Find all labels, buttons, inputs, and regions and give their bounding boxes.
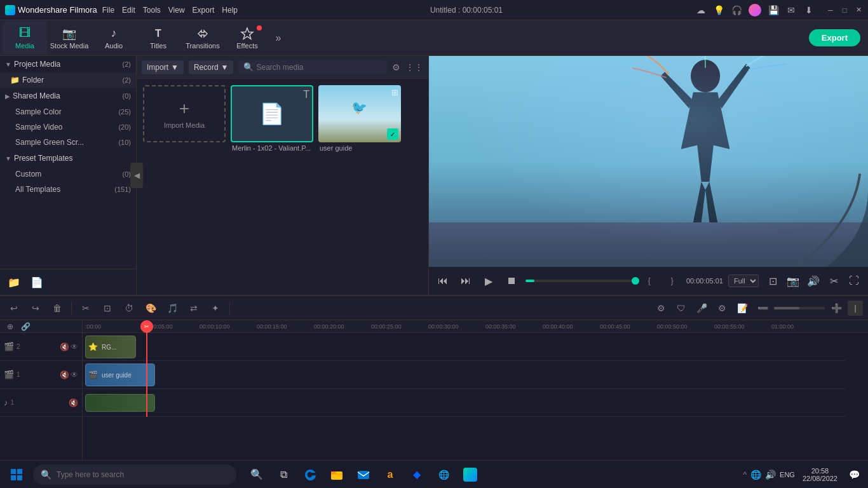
toolbar-transitions[interactable]: Transitions (180, 22, 225, 55)
menu-view[interactable]: View (168, 6, 185, 15)
zoom-reset-icon[interactable]: | (848, 301, 863, 316)
user-avatar[interactable] (749, 4, 761, 17)
zoom-out-icon[interactable]: ➖ (754, 299, 771, 317)
transition-tl-btn[interactable]: ⇄ (185, 299, 203, 317)
sample-video-item[interactable]: Sample Video (20) (0, 119, 136, 135)
taskbar-edge[interactable] (297, 462, 323, 487)
toolbar-stock-media[interactable]: 📷 Stock Media (47, 22, 92, 55)
quality-select[interactable]: Full 1/2 1/4 (728, 274, 759, 287)
mic-icon[interactable]: 🎤 (693, 299, 710, 317)
preset-templates-header[interactable]: ▼ Preset Templates (0, 150, 136, 166)
play-button[interactable]: ▶ (480, 272, 498, 290)
save-icon[interactable]: 💾 (768, 4, 779, 16)
effect-tl-btn[interactable]: ✦ (207, 299, 224, 317)
minimize-button[interactable]: ─ (826, 6, 835, 15)
step-back-button[interactable]: ⏮ (434, 272, 452, 290)
grid-view-icon[interactable]: ⋮⋮ (405, 62, 423, 72)
menu-file[interactable]: File (102, 6, 114, 15)
playhead[interactable]: ✂ (146, 320, 147, 417)
shared-media-header[interactable]: ▶ Shared Media (0) (0, 88, 136, 104)
zoom-in-icon[interactable]: ➕ (827, 299, 845, 317)
collapse-panel-button[interactable]: ◀ (130, 163, 143, 188)
screenshot-button[interactable]: 📷 (784, 272, 802, 290)
color-button[interactable]: 🎨 (142, 299, 159, 317)
zoom-slider[interactable] (774, 307, 825, 309)
system-clock[interactable]: 20:58 22/08/2022 (797, 467, 843, 482)
record-button[interactable]: Record ▼ (189, 60, 234, 74)
shield-icon[interactable]: 🛡 (672, 299, 690, 317)
adjust-icon[interactable]: ⚙ (713, 299, 731, 317)
clip-rg[interactable]: ⭐ RG... (85, 336, 136, 358)
cloud-icon[interactable]: ☁ (695, 4, 707, 16)
taskbar-amazon[interactable]: a (377, 462, 403, 487)
project-media-header[interactable]: ▼ Project Media (2) (0, 56, 136, 72)
add-track-button[interactable]: ⊕ (4, 320, 17, 333)
toolbar-more-button[interactable]: » (269, 29, 287, 47)
notification-button[interactable]: 💬 (845, 466, 863, 484)
clip-user-guide[interactable]: 🎬 user guide (85, 363, 155, 386)
taskbar-search-app[interactable]: 🔍 (244, 462, 269, 487)
maximize-button[interactable]: □ (840, 6, 849, 15)
folder-item[interactable]: 📁 Folder (2) (0, 72, 136, 88)
mail-icon[interactable]: ✉ (785, 4, 797, 16)
sample-green-item[interactable]: Sample Green Scr... (10) (0, 135, 136, 150)
caption-icon[interactable]: 📝 (733, 299, 751, 317)
download-icon[interactable]: ⬇ (803, 4, 815, 16)
menu-export[interactable]: Export (193, 6, 215, 15)
redo-button[interactable]: ↪ (27, 299, 44, 317)
all-templates-item[interactable]: All Templates (151) (0, 182, 136, 197)
new-file-button[interactable]: 📄 (28, 273, 46, 291)
import-button[interactable]: Import ▼ (142, 60, 184, 74)
toolbar-media[interactable]: 🎞 Media (3, 22, 47, 55)
taskbar-filmora[interactable] (458, 462, 483, 487)
track1-mute-icon[interactable]: 🔇 (60, 370, 69, 379)
delete-button[interactable]: 🗑 (48, 299, 66, 317)
progress-handle[interactable] (632, 277, 639, 285)
export-button[interactable]: Export (809, 29, 860, 46)
audio-btn[interactable]: 🎵 (163, 299, 181, 317)
menu-tools[interactable]: Tools (143, 6, 161, 15)
crop-button[interactable]: ⊡ (98, 299, 116, 317)
step-forward-button[interactable]: ⏭ (457, 272, 475, 290)
filter-icon[interactable]: ⚙ (392, 62, 400, 72)
import-media-item[interactable]: + Import Media (143, 85, 226, 142)
toolbar-audio[interactable]: ♪ Audio (92, 22, 136, 55)
headphone-icon[interactable]: 🎧 (731, 4, 742, 16)
taskbar-browser2[interactable]: 🌐 (431, 462, 456, 487)
link-button[interactable]: 🔗 (19, 320, 32, 333)
fullscreen-button[interactable]: ⛶ (845, 272, 863, 290)
speed-button[interactable]: ⏱ (120, 299, 138, 317)
taskbar-dropbox[interactable]: ◆ (404, 462, 430, 487)
taskbar-mail[interactable] (351, 462, 376, 487)
bulb-icon[interactable]: 💡 (713, 4, 724, 16)
progress-bar[interactable] (526, 280, 635, 282)
undo-button[interactable]: ↩ (5, 299, 23, 317)
settings-icon[interactable]: ⚙ (652, 299, 670, 317)
fit-preview-button[interactable]: ⊡ (764, 272, 782, 290)
volume-button[interactable]: 🔊 (804, 272, 822, 290)
taskbar-explorer[interactable] (324, 462, 349, 487)
volume-icon[interactable]: 🔊 (765, 470, 776, 480)
timeline-tracks[interactable]: :00:00 00:00:05:00 00:00:10:00 00:00:15:… (83, 320, 868, 460)
menu-edit[interactable]: Edit (122, 6, 135, 15)
new-folder-button[interactable]: 📁 (5, 273, 23, 291)
track1-hide-icon[interactable]: 👁 (71, 370, 78, 379)
taskbar-task-view[interactable]: ⧉ (271, 462, 296, 487)
stop-button[interactable]: ⏹ (503, 272, 520, 290)
tray-expand-icon[interactable]: ^ (743, 470, 747, 479)
clip-audio[interactable] (85, 394, 155, 412)
taskbar-search-input[interactable] (57, 470, 229, 479)
cut-button[interactable]: ✂ (77, 299, 95, 317)
close-button[interactable]: ✕ (854, 6, 863, 15)
track2-hide-icon[interactable]: 👁 (71, 342, 78, 351)
trim-button[interactable]: ✂ (825, 272, 843, 290)
user-guide-media-item[interactable]: 🐦 ⊞ ✓ user guide (318, 85, 401, 152)
playhead-handle[interactable]: ✂ (140, 320, 153, 333)
merlin-media-item[interactable]: 📄 T Merlin - 1x02 - Valiant.P... (231, 85, 313, 152)
track2-mute-icon[interactable]: 🔇 (60, 342, 69, 351)
custom-item[interactable]: Custom (0) (0, 166, 136, 182)
toolbar-effects[interactable]: Effects (225, 22, 269, 55)
menu-help[interactable]: Help (222, 6, 238, 15)
sample-color-item[interactable]: Sample Color (25) (0, 104, 136, 119)
toolbar-titles[interactable]: T Titles (136, 22, 180, 55)
